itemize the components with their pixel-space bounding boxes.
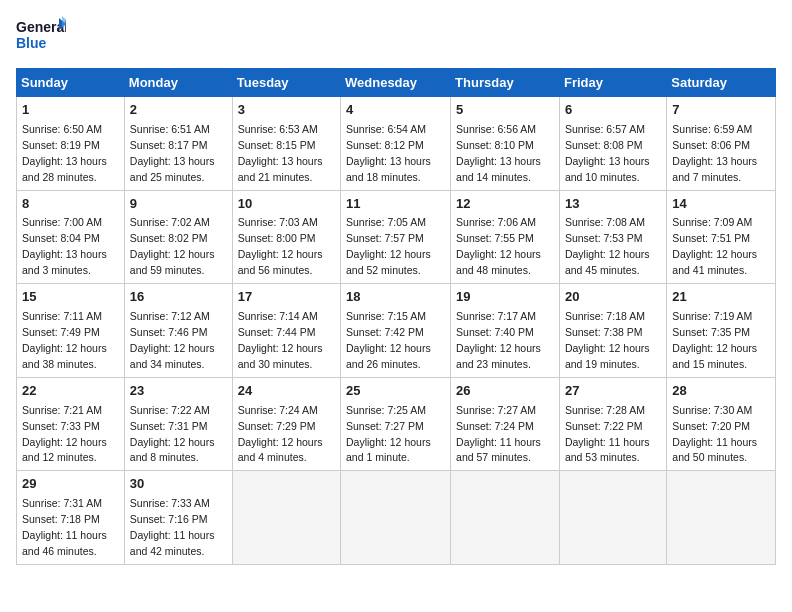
- col-header-sunday: Sunday: [17, 69, 125, 97]
- day-info: Sunrise: 7:15 AMSunset: 7:42 PMDaylight:…: [346, 310, 431, 370]
- day-number: 9: [130, 195, 227, 214]
- day-cell: 17Sunrise: 7:14 AMSunset: 7:44 PMDayligh…: [232, 284, 340, 378]
- day-info: Sunrise: 7:05 AMSunset: 7:57 PMDaylight:…: [346, 216, 431, 276]
- day-cell: 11Sunrise: 7:05 AMSunset: 7:57 PMDayligh…: [341, 190, 451, 284]
- day-number: 6: [565, 101, 661, 120]
- day-number: 19: [456, 288, 554, 307]
- day-number: 30: [130, 475, 227, 494]
- day-info: Sunrise: 7:31 AMSunset: 7:18 PMDaylight:…: [22, 497, 107, 557]
- day-cell: 2Sunrise: 6:51 AMSunset: 8:17 PMDaylight…: [124, 97, 232, 191]
- day-number: 10: [238, 195, 335, 214]
- day-cell: 8Sunrise: 7:00 AMSunset: 8:04 PMDaylight…: [17, 190, 125, 284]
- day-cell: 6Sunrise: 6:57 AMSunset: 8:08 PMDaylight…: [559, 97, 666, 191]
- day-number: 15: [22, 288, 119, 307]
- day-number: 29: [22, 475, 119, 494]
- day-info: Sunrise: 6:56 AMSunset: 8:10 PMDaylight:…: [456, 123, 541, 183]
- day-cell: 30Sunrise: 7:33 AMSunset: 7:16 PMDayligh…: [124, 471, 232, 565]
- day-number: 26: [456, 382, 554, 401]
- day-cell: 9Sunrise: 7:02 AMSunset: 8:02 PMDaylight…: [124, 190, 232, 284]
- day-number: 17: [238, 288, 335, 307]
- day-info: Sunrise: 7:28 AMSunset: 7:22 PMDaylight:…: [565, 404, 650, 464]
- day-cell: 3Sunrise: 6:53 AMSunset: 8:15 PMDaylight…: [232, 97, 340, 191]
- day-cell: 4Sunrise: 6:54 AMSunset: 8:12 PMDaylight…: [341, 97, 451, 191]
- day-info: Sunrise: 7:09 AMSunset: 7:51 PMDaylight:…: [672, 216, 757, 276]
- day-cell: 14Sunrise: 7:09 AMSunset: 7:51 PMDayligh…: [667, 190, 776, 284]
- day-cell: 18Sunrise: 7:15 AMSunset: 7:42 PMDayligh…: [341, 284, 451, 378]
- day-number: 22: [22, 382, 119, 401]
- day-cell: 26Sunrise: 7:27 AMSunset: 7:24 PMDayligh…: [451, 377, 560, 471]
- day-cell: [341, 471, 451, 565]
- day-info: Sunrise: 7:06 AMSunset: 7:55 PMDaylight:…: [456, 216, 541, 276]
- day-info: Sunrise: 7:18 AMSunset: 7:38 PMDaylight:…: [565, 310, 650, 370]
- day-cell: [232, 471, 340, 565]
- day-number: 7: [672, 101, 770, 120]
- day-cell: 29Sunrise: 7:31 AMSunset: 7:18 PMDayligh…: [17, 471, 125, 565]
- day-cell: 23Sunrise: 7:22 AMSunset: 7:31 PMDayligh…: [124, 377, 232, 471]
- logo-svg: General Blue: [16, 16, 66, 58]
- day-cell: [559, 471, 666, 565]
- day-info: Sunrise: 7:21 AMSunset: 7:33 PMDaylight:…: [22, 404, 107, 464]
- svg-text:General: General: [16, 19, 66, 35]
- day-cell: 13Sunrise: 7:08 AMSunset: 7:53 PMDayligh…: [559, 190, 666, 284]
- day-number: 27: [565, 382, 661, 401]
- day-number: 5: [456, 101, 554, 120]
- day-number: 23: [130, 382, 227, 401]
- day-info: Sunrise: 7:19 AMSunset: 7:35 PMDaylight:…: [672, 310, 757, 370]
- day-cell: 16Sunrise: 7:12 AMSunset: 7:46 PMDayligh…: [124, 284, 232, 378]
- day-cell: 12Sunrise: 7:06 AMSunset: 7:55 PMDayligh…: [451, 190, 560, 284]
- day-info: Sunrise: 7:25 AMSunset: 7:27 PMDaylight:…: [346, 404, 431, 464]
- logo: General Blue: [16, 16, 66, 58]
- day-info: Sunrise: 6:57 AMSunset: 8:08 PMDaylight:…: [565, 123, 650, 183]
- day-cell: 25Sunrise: 7:25 AMSunset: 7:27 PMDayligh…: [341, 377, 451, 471]
- day-number: 14: [672, 195, 770, 214]
- day-cell: 28Sunrise: 7:30 AMSunset: 7:20 PMDayligh…: [667, 377, 776, 471]
- day-info: Sunrise: 7:00 AMSunset: 8:04 PMDaylight:…: [22, 216, 107, 276]
- day-number: 2: [130, 101, 227, 120]
- day-cell: 24Sunrise: 7:24 AMSunset: 7:29 PMDayligh…: [232, 377, 340, 471]
- day-number: 3: [238, 101, 335, 120]
- week-row-1: 1Sunrise: 6:50 AMSunset: 8:19 PMDaylight…: [17, 97, 776, 191]
- day-number: 8: [22, 195, 119, 214]
- day-number: 1: [22, 101, 119, 120]
- week-row-2: 8Sunrise: 7:00 AMSunset: 8:04 PMDaylight…: [17, 190, 776, 284]
- day-number: 21: [672, 288, 770, 307]
- day-number: 18: [346, 288, 445, 307]
- day-info: Sunrise: 7:03 AMSunset: 8:00 PMDaylight:…: [238, 216, 323, 276]
- day-number: 12: [456, 195, 554, 214]
- day-number: 24: [238, 382, 335, 401]
- day-number: 13: [565, 195, 661, 214]
- col-header-monday: Monday: [124, 69, 232, 97]
- page-header: General Blue: [16, 16, 776, 58]
- col-header-thursday: Thursday: [451, 69, 560, 97]
- day-cell: 27Sunrise: 7:28 AMSunset: 7:22 PMDayligh…: [559, 377, 666, 471]
- day-cell: 21Sunrise: 7:19 AMSunset: 7:35 PMDayligh…: [667, 284, 776, 378]
- day-info: Sunrise: 7:08 AMSunset: 7:53 PMDaylight:…: [565, 216, 650, 276]
- svg-text:Blue: Blue: [16, 35, 47, 51]
- day-number: 16: [130, 288, 227, 307]
- day-number: 20: [565, 288, 661, 307]
- day-cell: 10Sunrise: 7:03 AMSunset: 8:00 PMDayligh…: [232, 190, 340, 284]
- day-cell: 5Sunrise: 6:56 AMSunset: 8:10 PMDaylight…: [451, 97, 560, 191]
- week-row-3: 15Sunrise: 7:11 AMSunset: 7:49 PMDayligh…: [17, 284, 776, 378]
- col-header-wednesday: Wednesday: [341, 69, 451, 97]
- day-cell: 20Sunrise: 7:18 AMSunset: 7:38 PMDayligh…: [559, 284, 666, 378]
- day-number: 11: [346, 195, 445, 214]
- day-info: Sunrise: 6:59 AMSunset: 8:06 PMDaylight:…: [672, 123, 757, 183]
- calendar-table: SundayMondayTuesdayWednesdayThursdayFrid…: [16, 68, 776, 565]
- day-cell: [667, 471, 776, 565]
- col-header-friday: Friday: [559, 69, 666, 97]
- day-info: Sunrise: 6:53 AMSunset: 8:15 PMDaylight:…: [238, 123, 323, 183]
- day-info: Sunrise: 7:12 AMSunset: 7:46 PMDaylight:…: [130, 310, 215, 370]
- week-row-4: 22Sunrise: 7:21 AMSunset: 7:33 PMDayligh…: [17, 377, 776, 471]
- day-info: Sunrise: 7:11 AMSunset: 7:49 PMDaylight:…: [22, 310, 107, 370]
- day-info: Sunrise: 6:50 AMSunset: 8:19 PMDaylight:…: [22, 123, 107, 183]
- day-info: Sunrise: 7:27 AMSunset: 7:24 PMDaylight:…: [456, 404, 541, 464]
- day-cell: 1Sunrise: 6:50 AMSunset: 8:19 PMDaylight…: [17, 97, 125, 191]
- day-info: Sunrise: 7:22 AMSunset: 7:31 PMDaylight:…: [130, 404, 215, 464]
- calendar-header-row: SundayMondayTuesdayWednesdayThursdayFrid…: [17, 69, 776, 97]
- day-info: Sunrise: 6:51 AMSunset: 8:17 PMDaylight:…: [130, 123, 215, 183]
- col-header-saturday: Saturday: [667, 69, 776, 97]
- day-number: 4: [346, 101, 445, 120]
- week-row-5: 29Sunrise: 7:31 AMSunset: 7:18 PMDayligh…: [17, 471, 776, 565]
- day-number: 28: [672, 382, 770, 401]
